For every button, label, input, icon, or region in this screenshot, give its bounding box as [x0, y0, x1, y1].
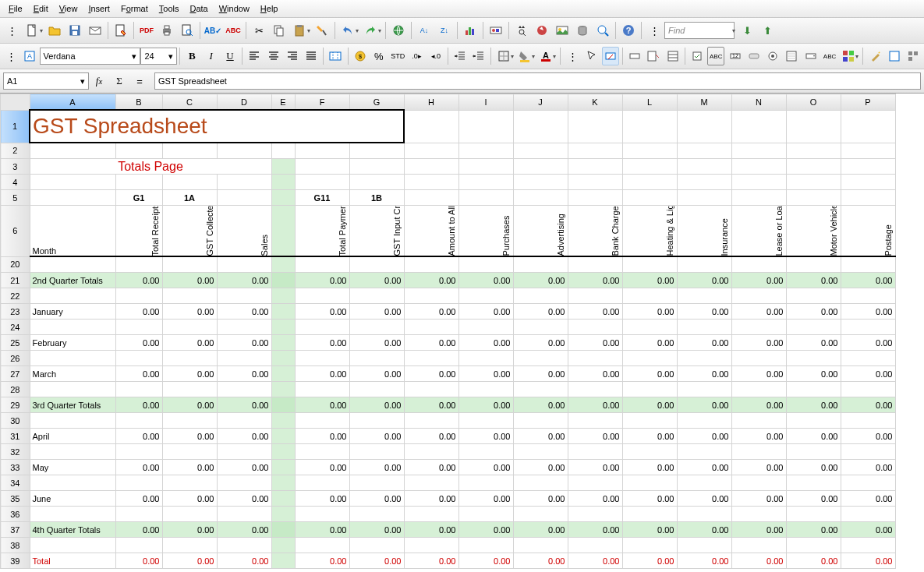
- cell-o31[interactable]: 0.00: [731, 429, 786, 444]
- cell-p31[interactable]: 0.00: [786, 429, 841, 444]
- row-header-23[interactable]: 23: [1, 304, 30, 320]
- cell-j28[interactable]: [458, 382, 513, 397]
- cell-h28[interactable]: [349, 382, 404, 397]
- cell-g36[interactable]: [295, 507, 349, 522]
- cell-k28[interactable]: [513, 382, 568, 397]
- col-header-G[interactable]: G: [349, 94, 404, 111]
- header-q[interactable]: Postage: [841, 206, 895, 257]
- cell-n22[interactable]: [677, 288, 731, 304]
- cell-k26[interactable]: [513, 351, 568, 366]
- cell-l26[interactable]: [568, 351, 622, 366]
- cell-j36[interactable]: [458, 507, 513, 522]
- cell-g35[interactable]: 0.00: [295, 491, 349, 507]
- cell-g21[interactable]: 0.00: [295, 273, 349, 288]
- header-l[interactable]: Bank Charges: [568, 206, 622, 257]
- cell-k21[interactable]: 0.00: [513, 273, 568, 288]
- row-header-36[interactable]: 36: [1, 507, 30, 522]
- cell-c29[interactable]: 0.00: [115, 397, 162, 413]
- cell-l27[interactable]: 0.00: [568, 366, 622, 382]
- cell-k22[interactable]: [513, 288, 568, 304]
- cell-p30[interactable]: [786, 413, 841, 429]
- cell-d29[interactable]: 0.00: [162, 397, 217, 413]
- header-month[interactable]: Month: [30, 206, 115, 257]
- cell-m33[interactable]: 0.00: [622, 460, 677, 475]
- title-cell[interactable]: GST Spreadsheet: [30, 110, 404, 143]
- cell-g22[interactable]: [295, 288, 349, 304]
- cell-d28[interactable]: [162, 382, 217, 397]
- cell-n29[interactable]: 0.00: [677, 397, 731, 413]
- cell-label-32[interactable]: [30, 444, 115, 460]
- cell-h36[interactable]: [349, 507, 404, 522]
- cell-label-24[interactable]: [30, 320, 115, 335]
- cell-i23[interactable]: 0.00: [404, 304, 458, 320]
- cell-g33[interactable]: 0.00: [295, 460, 349, 475]
- menu-edit[interactable]: Edit: [28, 2, 54, 15]
- cell-l21[interactable]: 0.00: [568, 273, 622, 288]
- cell-q37[interactable]: 0.00: [841, 522, 895, 538]
- textbox-icon[interactable]: ABC: [707, 47, 724, 65]
- row-header-1[interactable]: 1: [1, 110, 30, 143]
- cell-c22[interactable]: [115, 288, 162, 304]
- cell-label-25[interactable]: February: [30, 335, 115, 351]
- cell-o39[interactable]: 0.00: [731, 553, 786, 569]
- cell-n31[interactable]: 0.00: [677, 429, 731, 444]
- cell-o29[interactable]: 0.00: [731, 397, 786, 413]
- format-paintbrush-icon[interactable]: [313, 21, 331, 40]
- cell-i38[interactable]: [404, 538, 458, 553]
- cell-m35[interactable]: 0.00: [622, 491, 677, 507]
- cell-q36[interactable]: [841, 507, 895, 522]
- cell-d33[interactable]: 0.00: [162, 460, 217, 475]
- cell-d27[interactable]: 0.00: [162, 366, 217, 382]
- cell-d21[interactable]: 0.00: [162, 273, 217, 288]
- cell-m23[interactable]: 0.00: [622, 304, 677, 320]
- cell-o22[interactable]: [731, 288, 786, 304]
- zoom-icon[interactable]: [593, 21, 612, 40]
- cell-j39[interactable]: 0.00: [458, 553, 513, 569]
- cell-d36[interactable]: [162, 507, 217, 522]
- cell-g32[interactable]: [295, 444, 349, 460]
- cell-q34[interactable]: [841, 475, 895, 491]
- find-input[interactable]: Find: [664, 22, 735, 39]
- percent-icon[interactable]: %: [370, 47, 388, 65]
- row-header-30[interactable]: 30: [1, 413, 30, 429]
- row-header-29[interactable]: 29: [1, 397, 30, 413]
- cell-n39[interactable]: 0.00: [677, 553, 731, 569]
- cell-m27[interactable]: 0.00: [622, 366, 677, 382]
- cell-n25[interactable]: 0.00: [677, 335, 731, 351]
- button-icon[interactable]: [745, 47, 763, 65]
- cell-k30[interactable]: [513, 413, 568, 429]
- cell-e25[interactable]: 0.00: [217, 335, 271, 351]
- row-header-24[interactable]: 24: [1, 320, 30, 335]
- cell-m30[interactable]: [622, 413, 677, 429]
- cell-p24[interactable]: [786, 320, 841, 335]
- cell-j35[interactable]: 0.00: [458, 491, 513, 507]
- cell-j30[interactable]: [458, 413, 513, 429]
- col-header-H[interactable]: H: [404, 94, 458, 111]
- cell-k37[interactable]: 0.00: [513, 522, 568, 538]
- cell-k24[interactable]: [513, 320, 568, 335]
- row-header-28[interactable]: 28: [1, 382, 30, 397]
- align-left-icon[interactable]: [246, 47, 263, 65]
- cell-o28[interactable]: [731, 382, 786, 397]
- cell-g31[interactable]: 0.00: [295, 429, 349, 444]
- cell-g30[interactable]: [295, 413, 349, 429]
- menu-format[interactable]: Format: [115, 2, 154, 15]
- cell-p27[interactable]: 0.00: [786, 366, 841, 382]
- cell-m29[interactable]: 0.00: [622, 397, 677, 413]
- code-1a[interactable]: 1A: [162, 190, 217, 206]
- cell-g29[interactable]: 0.00: [295, 397, 349, 413]
- cell-j25[interactable]: 0.00: [458, 335, 513, 351]
- cell-n24[interactable]: [677, 320, 731, 335]
- cell-d39[interactable]: 0.00: [162, 553, 217, 569]
- cell-l28[interactable]: [568, 382, 622, 397]
- cell-l37[interactable]: 0.00: [568, 522, 622, 538]
- help-icon[interactable]: ?: [619, 21, 638, 40]
- cell-d38[interactable]: [162, 538, 217, 553]
- cell-p28[interactable]: [786, 382, 841, 397]
- cell-k36[interactable]: [513, 507, 568, 522]
- cell-q38[interactable]: [841, 538, 895, 553]
- cell-label-36[interactable]: [30, 507, 115, 522]
- cell-i29[interactable]: 0.00: [404, 397, 458, 413]
- cell-n33[interactable]: 0.00: [677, 460, 731, 475]
- cell-d35[interactable]: 0.00: [162, 491, 217, 507]
